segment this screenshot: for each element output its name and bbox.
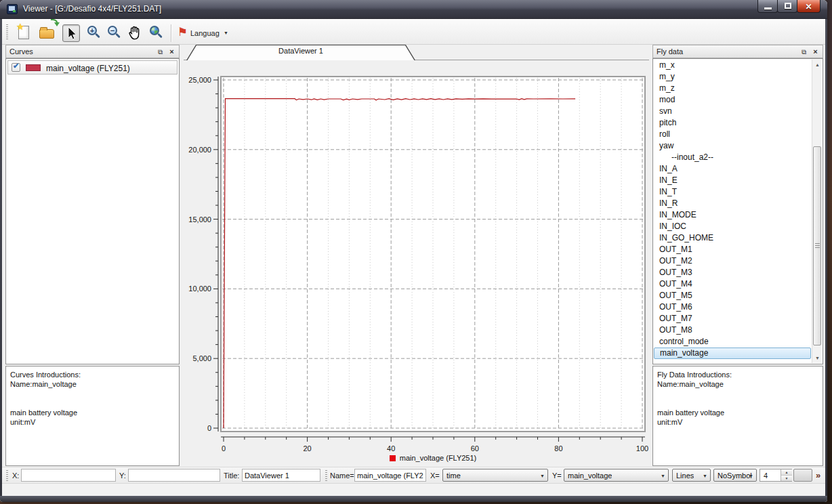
new-file-button[interactable]: ★ [15,24,33,42]
flydata-list-item[interactable]: OUT_M5 [654,290,811,301]
new-file-icon: ★ [18,26,29,39]
star-icon: ★ [16,22,24,32]
maximize-button[interactable] [777,0,797,13]
title-field-label: Title: [224,471,239,480]
flydata-list-item[interactable]: pitch [654,117,811,129]
curve-color-button[interactable] [793,469,812,482]
x-axis-select-label: X= [430,471,440,480]
open-file-button[interactable] [38,24,56,42]
flydata-list-item[interactable]: IN_A [654,163,811,175]
maximize-icon [785,3,791,9]
svg-text:40: 40 [387,444,395,453]
svg-text:0: 0 [222,444,226,453]
legend-color-swatch [390,455,396,461]
dropdown-arrow-icon: ▼ [749,474,753,478]
flydata-list-item[interactable]: OUT_M6 [654,301,811,313]
zoom-in-button[interactable]: + [85,24,103,42]
curve-item[interactable]: ✔ main_voltage (FLY251) [7,60,178,75]
line-style-value: Lines [676,471,694,480]
flydata-panel-title: Fly data [657,47,683,56]
y-axis-select[interactable]: main_voltage ▼ [564,469,669,482]
plot-canvas[interactable]: 05,00010,00015,00020,00025,0000204060801… [184,60,649,466]
flydata-list-item[interactable]: yaw [654,140,811,152]
dataviewer-area: DataViewer 1 05,00010,00015,00020,00025,… [184,45,649,466]
curves-close-icon[interactable]: × [167,47,177,57]
bottombar-grip[interactable] [6,470,8,481]
scrollbar-thumb[interactable] [813,146,821,345]
dropdown-arrow-icon: ▼ [540,474,545,478]
toolbar-separator [171,24,171,42]
zoom-out-button[interactable]: − [106,24,123,42]
svg-text:10,000: 10,000 [188,285,211,293]
bottombar-grip-2[interactable] [325,470,327,481]
hand-icon [126,24,144,42]
curve-checkbox[interactable]: ✔ [12,63,20,72]
zoom-reset-button[interactable] [148,24,165,42]
scroll-up-icon[interactable]: ▲ [812,60,823,70]
curves-panel-header[interactable]: Curves ⧉ × [5,45,180,58]
minus-glyph: − [109,26,116,35]
flydata-float-icon[interactable]: ⧉ [799,47,809,57]
flydata-list-item[interactable]: main_voltage [654,348,811,359]
x-axis-select[interactable]: time ▼ [442,469,548,482]
flydata-list-item[interactable]: IN_T [654,186,811,198]
svg-text:20,000: 20,000 [188,146,211,154]
flydata-list-item[interactable]: OUT_M3 [654,267,811,278]
flydata-list-item[interactable]: IN_MODE [654,209,811,221]
flydata-list-item[interactable]: IN_E [654,175,811,186]
flydata-close-icon[interactable]: × [810,47,820,57]
curves-panel-title: Curves [9,47,33,56]
flydata-list-item[interactable]: OUT_M8 [654,324,811,336]
flydata-list-item[interactable]: IN_IOC [654,221,811,232]
line-chart: 05,00010,00015,00020,00025,0000204060801… [184,60,649,466]
line-width-spinner[interactable]: 4 ▲ ▼ [760,469,792,482]
symbol-select[interactable]: NoSymbol ▼ [713,469,757,482]
flydata-panel-header[interactable]: Fly data ⧉ × [652,45,823,58]
flydata-list-item[interactable]: IN_GO_HOME [654,232,811,244]
flydata-list-item[interactable]: OUT_M4 [654,278,811,290]
pan-button[interactable] [126,24,144,42]
flydata-list: m_xm_ym_zmodsvnpitchrollyaw--inout_a2--I… [652,58,823,364]
x-coord-input[interactable] [21,469,116,482]
y-coord-input[interactable] [128,469,220,482]
flydata-list-item[interactable]: OUT_M2 [654,255,811,267]
cursor-icon [63,25,79,41]
minimize-button[interactable] [757,0,778,13]
y-axis-select-label: Y= [552,471,562,480]
svg-text:20: 20 [303,444,311,453]
title-bar[interactable]: Viewer - [G:/Desafio 4x4/FLY251.DAT] ✕ [0,0,827,19]
spin-down-icon[interactable]: ▼ [781,475,792,481]
dropdown-arrow-icon: ▼ [703,474,707,478]
window-border-left [0,19,2,496]
flydata-list-item[interactable]: m_x [654,60,811,71]
flydata-list-item[interactable]: roll [654,129,811,140]
flydata-list-item[interactable]: svn [654,106,811,117]
flydata-scrollbar[interactable]: ▲ ▼ [812,60,822,363]
scroll-down-icon[interactable]: ▼ [812,353,823,363]
flydata-list-item[interactable]: IN_R [654,198,811,209]
close-button[interactable]: ✕ [797,0,820,13]
flydata-list-item[interactable]: OUT_M1 [654,244,811,255]
line-style-select[interactable]: Lines ▼ [672,469,711,482]
window-border-bottom [0,496,827,502]
flydata-list-item[interactable]: OUT_M7 [654,313,811,324]
title-input[interactable] [242,469,320,482]
flydata-list-item[interactable]: m_y [654,71,811,83]
flydata-list-item[interactable]: m_z [654,83,811,94]
toolbar-grip[interactable] [6,24,8,41]
svg-text:5,000: 5,000 [192,354,211,362]
language-menu[interactable]: Languag [190,29,220,37]
curve-name-input[interactable] [354,469,426,482]
y-coord-label: Y: [119,471,126,480]
window-title: Viewer - [G:/Desafio 4x4/FLY251.DAT] [23,4,161,14]
open-folder-icon [39,29,54,39]
tab-dataviewer-1[interactable]: DataViewer 1 [186,45,415,60]
y-axis-selected-value: main_voltage [568,471,612,480]
select-cursor-button[interactable] [62,24,80,42]
toolbar-overflow-icon[interactable]: » [816,470,820,480]
flydata-list-item[interactable]: mod [654,94,811,106]
flydata-list-item[interactable]: --inout_a2-- [654,152,811,163]
flydata-list-item[interactable]: control_mode [654,336,811,348]
svg-text:60: 60 [471,444,479,453]
curves-float-icon[interactable]: ⧉ [155,47,165,57]
